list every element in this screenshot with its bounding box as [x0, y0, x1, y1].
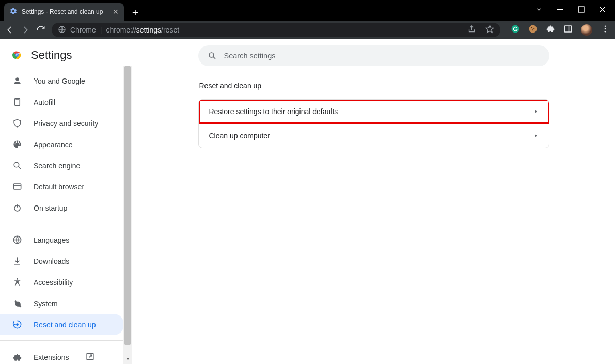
sidebar-item-label: You and Google [34, 77, 85, 85]
settings-brand: Settings [0, 39, 132, 66]
scrollbar-thumb[interactable] [124, 66, 131, 345]
sidebar-item-label: Default browser [34, 183, 84, 191]
url-text: chrome://settings/reset [106, 26, 179, 34]
sidebar-item-label: Autofill [34, 98, 55, 106]
svg-marker-5 [486, 25, 493, 32]
svg-point-6 [512, 25, 519, 33]
sidebar-item-accessibility[interactable]: Accessibility [0, 272, 124, 293]
svg-line-23 [18, 166, 20, 168]
sidebar-item-appearance[interactable]: Appearance [0, 134, 124, 155]
sidebar-item-reset-clean-up[interactable]: Reset and clean up [0, 314, 124, 335]
new-tab-button[interactable]: ＋ [130, 5, 140, 19]
svg-point-31 [17, 324, 18, 325]
settings-sidebar: Settings You and Google Autofill Privacy… [0, 39, 132, 364]
sidebar-item-label: Reset and clean up [34, 321, 96, 329]
extension-icons [511, 24, 610, 36]
share-icon[interactable] [467, 25, 476, 35]
tab-title: Settings - Reset and clean up [22, 8, 103, 15]
close-tab-icon[interactable]: ✕ [113, 8, 119, 16]
sidebar-item-label: Extensions [34, 353, 69, 361]
svg-point-7 [529, 25, 537, 33]
sidebar-divider [0, 340, 124, 341]
svg-point-33 [209, 53, 214, 57]
sidepanel-icon[interactable] [563, 24, 573, 36]
extensions-puzzle-icon[interactable] [546, 24, 555, 36]
site-info-icon[interactable] [58, 25, 66, 35]
row-clean-up-computer[interactable]: Clean up computer [199, 123, 549, 148]
svg-point-15 [605, 31, 606, 33]
browser-titlebar: Settings - Reset and clean up ✕ ＋ [0, 0, 615, 21]
svg-point-10 [532, 29, 533, 30]
sidebar-item-downloads[interactable]: Downloads [0, 250, 124, 272]
settings-title: Settings [31, 49, 72, 62]
chrome-logo-icon [11, 50, 23, 61]
chevron-right-icon [533, 107, 539, 116]
chevron-right-icon [533, 132, 539, 140]
sidebar-item-label: Languages [34, 236, 69, 244]
svg-point-14 [605, 28, 606, 30]
svg-point-30 [17, 278, 18, 280]
bookmark-icon[interactable] [485, 25, 494, 35]
sidebar-item-search-engine[interactable]: Search engine [0, 155, 124, 176]
url-prefix: Chrome [70, 26, 96, 34]
svg-marker-36 [535, 134, 537, 137]
sidebar-item-label: Privacy and security [34, 119, 98, 128]
minimize-icon[interactable] [557, 6, 563, 14]
settings-main: Reset and clean up Restore settings to t… [132, 39, 615, 364]
svg-line-34 [213, 57, 215, 59]
sidebar-item-extensions[interactable]: Extensions [0, 346, 124, 364]
svg-point-22 [14, 162, 19, 167]
svg-rect-1 [578, 7, 584, 12]
search-input[interactable] [224, 52, 540, 60]
browser-menu-icon[interactable] [601, 24, 610, 36]
row-label: Clean up computer [209, 132, 270, 140]
svg-point-19 [16, 54, 18, 56]
row-restore-defaults[interactable]: Restore settings to their original defau… [199, 100, 549, 123]
svg-rect-11 [564, 26, 572, 32]
svg-rect-24 [13, 184, 21, 189]
sidebar-item-label: Search engine [34, 162, 80, 170]
search-icon [208, 51, 217, 60]
sidebar-divider [0, 224, 124, 224]
sidebar-item-you-and-google[interactable]: You and Google [0, 70, 124, 91]
browser-tab[interactable]: Settings - Reset and clean up ✕ [4, 3, 124, 21]
close-window-icon[interactable] [599, 6, 606, 14]
row-label: Restore settings to their original defau… [209, 107, 338, 116]
sidebar-scrollbar[interactable]: ▾ [123, 66, 132, 364]
gear-icon [9, 7, 18, 17]
svg-point-9 [533, 28, 534, 29]
forward-button [21, 25, 30, 35]
sidebar-item-label: System [34, 299, 58, 308]
sidebar-item-on-startup[interactable]: On startup [0, 197, 124, 218]
back-button[interactable] [5, 25, 14, 35]
svg-rect-0 [557, 9, 563, 10]
sidebar-item-system[interactable]: System [0, 293, 124, 314]
sidebar-item-privacy[interactable]: Privacy and security [0, 113, 124, 134]
sidebar-item-languages[interactable]: Languages [0, 229, 124, 250]
scroll-down-icon[interactable]: ▾ [123, 356, 132, 364]
open-external-icon [85, 352, 95, 363]
profile-avatar[interactable] [581, 24, 592, 36]
svg-marker-35 [535, 110, 537, 113]
address-bar[interactable]: Chrome | chrome://settings/reset [52, 23, 500, 37]
sidebar-item-label: Appearance [34, 140, 73, 149]
sidebar-item-default-browser[interactable]: Default browser [0, 176, 124, 197]
sidebar-item-label: Downloads [34, 257, 69, 265]
sidebar-item-label: On startup [34, 204, 67, 212]
svg-point-8 [531, 27, 532, 28]
window-controls [535, 0, 615, 21]
browser-toolbar: Chrome | chrome://settings/reset [0, 21, 615, 39]
svg-point-13 [605, 25, 606, 27]
chevron-down-icon[interactable] [535, 6, 542, 14]
reload-button[interactable] [36, 25, 45, 35]
sidebar-item-autofill[interactable]: Autofill [0, 91, 124, 113]
sidebar-item-label: Accessibility [34, 278, 73, 287]
svg-point-20 [15, 77, 19, 81]
settings-search[interactable] [198, 45, 549, 66]
settings-card: Restore settings to their original defau… [198, 99, 549, 148]
extension-cookie-icon[interactable] [528, 24, 538, 36]
extension-grammarly-icon[interactable] [511, 24, 520, 36]
maximize-icon[interactable] [578, 6, 585, 14]
section-title: Reset and clean up [198, 82, 549, 90]
